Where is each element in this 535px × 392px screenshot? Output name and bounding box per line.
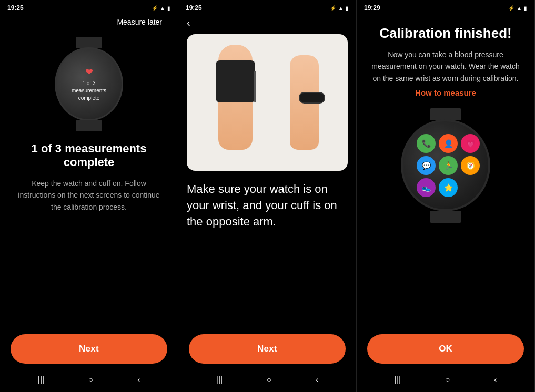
heart-icon: ❤ [85, 66, 93, 78]
watch-on-wrist [299, 92, 325, 104]
nav-home-icon-2[interactable]: ○ [267, 375, 272, 385]
screen1-nav-bar: ||| ○ ‹ [0, 370, 178, 392]
watch-strap-top [76, 37, 102, 48]
instruction-image [187, 34, 348, 171]
smartwatch-illustration: 📞 👤 💗 💬 🏃 🧭 👟 ⭐ [393, 108, 498, 223]
progress-title: 1 of 3 measurements complete [11, 142, 167, 169]
status-time-1: 19:25 [7, 4, 24, 12]
status-bar-2: 19:25 ⚡ ▲ ▮ [178, 0, 356, 15]
sw-body: 📞 👤 💗 💬 🏃 🧭 👟 ⭐ [401, 119, 490, 211]
nav-recents-icon-1[interactable]: ‹ [137, 375, 140, 385]
nav-back-icon-2[interactable]: ||| [216, 375, 223, 385]
app-icon-extra: ⭐ [439, 178, 458, 197]
watch-strap-bottom [76, 120, 102, 131]
status-icons-1: ⚡ ▲ ▮ [152, 5, 170, 11]
battery-icon: ▮ [167, 5, 170, 11]
app-grid: 📞 👤 💗 💬 🏃 🧭 👟 ⭐ [411, 129, 480, 202]
nav-recents-icon-3[interactable]: ‹ [494, 375, 497, 385]
screens-container: 19:25 ⚡ ▲ ▮ Measure later ❤ 1 of 3 measu… [0, 0, 535, 392]
wifi-icon-2: ▲ [338, 5, 344, 11]
sw-strap-bottom [430, 211, 461, 223]
app-icon-run: 🏃 [439, 156, 458, 175]
screen1-bottom: Next [0, 326, 178, 370]
screen2-next-button[interactable]: Next [189, 334, 346, 364]
wifi-icon-3: ▲ [517, 5, 522, 11]
calibration-description: Now you can take a blood pressure measur… [369, 49, 522, 84]
watch-illustration: ❤ 1 of 3 measurements complete [47, 37, 131, 131]
watch-progress-text: 1 of 3 measurements complete [72, 80, 106, 102]
blood-pressure-cuff [216, 60, 255, 102]
nav-home-icon-3[interactable]: ○ [445, 375, 450, 385]
screen3-nav-bar: ||| ○ ‹ [357, 370, 534, 392]
phone-screen-2: 19:25 ⚡ ▲ ▮ ‹ Make sure your watch is on… [178, 0, 357, 392]
phone-screen-1: 19:25 ⚡ ▲ ▮ Measure later ❤ 1 of 3 measu… [0, 0, 178, 392]
bluetooth-icon-3: ⚡ [508, 5, 514, 11]
bluetooth-icon-2: ⚡ [330, 5, 336, 11]
status-icons-2: ⚡ ▲ ▮ [330, 5, 349, 11]
app-icon-people: 👤 [439, 134, 458, 153]
sw-strap-top [430, 108, 461, 120]
screen1-main: Measure later ❤ 1 of 3 measurements comp… [0, 15, 178, 326]
status-bar-3: 19:29 ⚡ ▲ ▮ [357, 0, 534, 15]
screen2-nav-bar: ||| ○ ‹ [178, 370, 356, 392]
battery-icon-2: ▮ [346, 5, 349, 11]
wifi-icon: ▲ [160, 5, 165, 11]
how-to-measure-link[interactable]: How to measure [415, 88, 476, 97]
status-bar-1: 19:25 ⚡ ▲ ▮ [0, 0, 178, 15]
ok-button[interactable]: OK [367, 334, 524, 364]
arm-illustration [187, 34, 348, 171]
back-button[interactable]: ‹ [187, 15, 195, 34]
status-time-2: 19:25 [186, 4, 202, 12]
screen1-next-button[interactable]: Next [11, 334, 167, 364]
screen2-bottom: Next [178, 326, 356, 370]
nav-back-icon-3[interactable]: ||| [395, 375, 401, 385]
instruction-text: Make sure your watch is on your wrist, a… [187, 181, 348, 230]
nav-recents-icon-2[interactable]: ‹ [316, 375, 318, 385]
watch-body: ❤ 1 of 3 measurements complete [55, 47, 123, 121]
app-icon-phone: 📞 [417, 134, 436, 153]
phone-screen-3: 19:29 ⚡ ▲ ▮ Calibration finished! Now yo… [357, 0, 535, 392]
nav-home-icon-1[interactable]: ○ [88, 375, 94, 385]
bluetooth-icon: ⚡ [152, 5, 158, 11]
measure-later-button[interactable]: Measure later [112, 15, 167, 32]
app-icon-message: 💬 [417, 156, 436, 175]
calibration-title: Calibration finished! [379, 25, 511, 42]
battery-icon-3: ▮ [524, 5, 527, 11]
nav-back-icon-1[interactable]: ||| [38, 375, 44, 385]
progress-description: Keep the watch and cuff on. Follow instr… [11, 178, 167, 213]
cuff-tube [254, 71, 256, 102]
app-icon-health: 💗 [461, 134, 480, 153]
screen3-bottom: OK [357, 326, 534, 370]
app-icon-steps: 👟 [417, 178, 436, 197]
screen3-main: Calibration finished! Now you can take a… [357, 15, 534, 326]
status-icons-3: ⚡ ▲ ▮ [508, 5, 527, 11]
screen2-main: ‹ Make sure your watch is on your wrist,… [178, 15, 356, 326]
status-time-3: 19:29 [364, 4, 380, 12]
app-icon-compass: 🧭 [461, 156, 480, 175]
